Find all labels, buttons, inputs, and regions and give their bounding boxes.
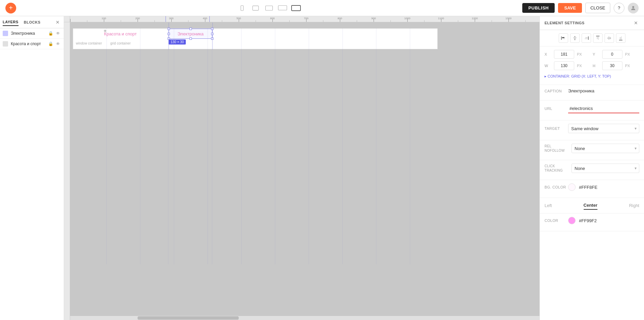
text-align-right[interactable]: Right — [629, 202, 639, 209]
text-align-left[interactable]: Left — [545, 202, 552, 209]
right-panel-header: ELEMENT SETTINGS ✕ — [540, 16, 644, 30]
y-input[interactable] — [602, 50, 622, 59]
handle-mr[interactable] — [211, 33, 213, 35]
align-left-button[interactable] — [559, 33, 568, 43]
caption-label: CAPTION — [545, 89, 568, 93]
svg-rect-19 — [562, 37, 564, 38]
color-value: #FF99F2 — [579, 218, 597, 223]
tab-layers[interactable]: LAYERS — [3, 19, 19, 26]
device-desktop-small-icon[interactable] — [278, 5, 287, 11]
layer-item-beauty[interactable]: Красота и спорт 🔒 👁 — [0, 39, 64, 49]
w-unit: PX — [577, 64, 582, 68]
nav-item-beauty[interactable]: Красота и спорт — [73, 29, 168, 39]
h-input[interactable] — [602, 61, 622, 70]
avatar-button[interactable] — [628, 3, 639, 13]
color-swatch[interactable] — [568, 217, 576, 224]
color-row-inner: #FF99F2 — [568, 217, 597, 224]
align-bottom-button[interactable] — [616, 33, 625, 43]
layer-item-electronics[interactable]: Электроника 🔒 👁 — [0, 28, 64, 39]
right-panel-close-button[interactable]: ✕ — [633, 20, 639, 26]
align-toolbar — [540, 30, 644, 47]
rel-select[interactable]: None nofollow — [572, 144, 639, 153]
canvas-scrollbar[interactable] — [70, 316, 539, 320]
click-tracking-row: CLICKTRACKING None Google Analytics — [545, 164, 639, 173]
url-section: URL — [540, 100, 644, 120]
layer-visibility-button-2[interactable]: 👁 — [55, 41, 61, 47]
device-desktop-icon[interactable] — [291, 5, 301, 11]
align-center-v-button[interactable] — [570, 33, 580, 43]
layer-lock-button[interactable]: 🔒 — [48, 30, 54, 36]
svg-rect-25 — [585, 37, 588, 38]
layer-label-beauty: Красота и спорт — [11, 41, 45, 46]
wh-row: W PX H PX — [545, 61, 639, 70]
handle-tm[interactable] — [189, 28, 192, 30]
layer-label-electronics: Электроника — [11, 31, 45, 36]
text-align-center[interactable]: Center — [584, 201, 597, 210]
device-mobile-icon[interactable] — [251, 5, 260, 11]
handle-tl[interactable] — [168, 28, 170, 30]
x-label: X — [545, 52, 551, 56]
nav-item-electronics-label: Электроника — [177, 31, 204, 36]
topbar-left: + — [5, 3, 16, 13]
x-unit: PX — [577, 52, 582, 56]
grid-container-label: grid container — [110, 41, 131, 45]
svg-rect-23 — [574, 38, 576, 39]
layer-visibility-button[interactable]: 👁 — [55, 30, 61, 36]
bg-color-swatch[interactable] — [568, 183, 576, 191]
container-info: ▸ CONTAINER: GRID (X: LEFT, Y: TOP) — [545, 73, 639, 81]
target-select[interactable]: Same window New window — [568, 124, 639, 133]
guide-line-right — [212, 23, 213, 50]
handle-ml[interactable] — [168, 33, 170, 35]
layer-lock-button-2[interactable]: 🔒 — [48, 41, 54, 47]
svg-rect-34 — [620, 37, 621, 39]
color-label: COLOR — [545, 219, 568, 223]
layer-icon-electronics — [3, 31, 8, 36]
svg-rect-31 — [608, 36, 609, 40]
nav-item-beauty-label: Красота и спорт — [104, 31, 137, 36]
align-right-button[interactable] — [582, 33, 591, 43]
window-container-label: window container — [76, 41, 102, 45]
main-area: LAYERS BLOCKS ✕ Электроника 🔒 👁 Красота … — [0, 16, 644, 320]
canvas-area[interactable]: Красота и спорт Электроника 130 × 30 — [64, 16, 539, 320]
svg-point-5 — [632, 6, 634, 8]
close-button[interactable]: CLOSE — [585, 3, 610, 13]
tab-blocks[interactable]: BLOCKS — [24, 19, 40, 26]
save-button[interactable]: SAVE — [558, 3, 582, 13]
canvas-scrollbar-thumb[interactable] — [138, 316, 239, 320]
bg-color-value: #FFF8FE — [579, 185, 597, 190]
device-tablet-icon[interactable] — [264, 5, 274, 11]
target-label: TARGET — [545, 126, 568, 130]
layer-icon-beauty — [3, 41, 8, 47]
topbar: + PUBLISH — [0, 0, 644, 16]
right-panel-title: ELEMENT SETTINGS — [545, 21, 585, 25]
w-input[interactable] — [554, 61, 574, 70]
handle-bm[interactable] — [189, 37, 192, 40]
panel-close-button[interactable]: ✕ — [54, 19, 61, 26]
target-section: TARGET Same window New window — [540, 120, 644, 140]
add-button[interactable]: + — [5, 3, 16, 13]
x-input[interactable] — [554, 50, 574, 59]
ruler-horizontal — [70, 16, 539, 22]
help-button[interactable]: ? — [614, 3, 624, 13]
ruler-corner — [64, 16, 70, 22]
handle-br[interactable] — [211, 37, 213, 40]
color-section: COLOR #FF99F2 — [540, 213, 644, 231]
rel-section: RELNOFOLLOW None nofollow — [540, 140, 644, 160]
click-tracking-select[interactable]: None Google Analytics — [572, 164, 639, 173]
align-middle-button[interactable] — [605, 33, 614, 43]
xy-row: X PX Y PX — [545, 50, 639, 59]
caption-section: CAPTION Электроника — [540, 85, 644, 100]
device-mobile-small-icon[interactable] — [237, 5, 247, 11]
publish-button[interactable]: PUBLISH — [522, 3, 555, 13]
align-top-button[interactable] — [593, 33, 603, 43]
w-label: W — [545, 64, 551, 68]
bg-color-label: BG. COLOR — [545, 185, 568, 189]
h-unit: PX — [625, 64, 630, 68]
rel-label: RELNOFOLLOW — [545, 144, 572, 153]
ruler-h-canvas — [70, 16, 539, 22]
caption-row: CAPTION Электроника — [545, 88, 639, 93]
h-label: H — [593, 64, 599, 68]
nav-item-electronics[interactable]: Электроника — [169, 29, 212, 39]
handle-tr[interactable] — [211, 28, 213, 30]
url-input[interactable] — [568, 104, 639, 113]
